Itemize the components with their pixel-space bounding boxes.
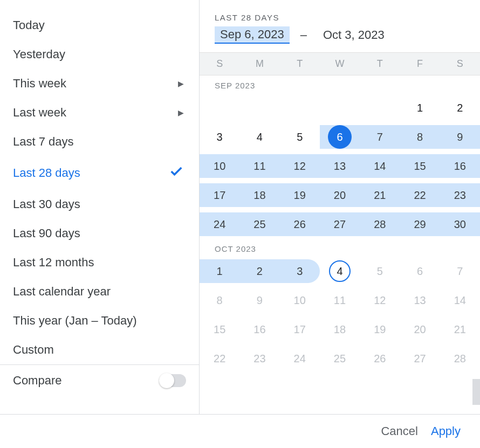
calendar-day[interactable]: 16 — [440, 154, 480, 178]
compare-label: Compare — [13, 374, 61, 388]
footer: Cancel Apply — [0, 414, 480, 448]
preset-last-12-months[interactable]: Last 12 months — [0, 248, 199, 277]
calendar-day[interactable]: 26 — [280, 212, 320, 236]
calendar-day[interactable]: 9 — [440, 125, 480, 149]
scrollbar[interactable] — [472, 379, 480, 405]
calendar-day: 13 — [400, 288, 440, 312]
calendar-day[interactable]: 13 — [320, 154, 360, 178]
calendar-day[interactable]: 23 — [440, 183, 480, 207]
calendar-day: 28 — [440, 347, 480, 370]
calendar-day[interactable]: 27 — [320, 212, 360, 236]
calendar-week: 891011121314 — [200, 286, 480, 315]
range-start-marker: 6 — [328, 125, 352, 149]
calendar-day-empty — [320, 96, 360, 120]
compare-row: Compare — [0, 364, 199, 396]
calendar-day[interactable]: 30 — [440, 212, 480, 236]
calendar-day[interactable]: 1 — [400, 96, 440, 120]
calendar-day[interactable]: 29 — [400, 212, 440, 236]
calendar-day[interactable]: 4 — [320, 259, 360, 283]
preset-label: Today — [13, 18, 45, 32]
preset-yesterday[interactable]: Yesterday — [0, 40, 199, 69]
preset-last-7-days[interactable]: Last 7 days — [0, 127, 199, 156]
calendar-day: 7 — [440, 259, 480, 283]
calendar-week: 10111213141516 — [200, 151, 480, 181]
preset-this-week[interactable]: This week▶ — [0, 69, 199, 98]
calendar-day-empty — [360, 96, 400, 120]
calendar-day[interactable]: 3 — [200, 125, 239, 149]
calendar-day-empty — [200, 96, 239, 120]
calendar-day: 10 — [280, 288, 320, 312]
calendar-week: 1234567 — [200, 257, 480, 286]
calendar-day[interactable]: 7 — [360, 125, 400, 149]
preset-this-year-jan-today-[interactable]: This year (Jan – Today) — [0, 306, 199, 335]
calendar-day[interactable]: 12 — [280, 154, 320, 178]
calendar-day[interactable]: 4 — [239, 125, 279, 149]
preset-label: Last 30 days — [13, 197, 80, 211]
calendar-day[interactable]: 24 — [200, 212, 239, 236]
dow-label: F — [400, 58, 440, 70]
calendar-day-empty — [239, 96, 279, 120]
calendar-day: 17 — [280, 318, 320, 341]
preset-sidebar: TodayYesterdayThis week▶Last week▶Last 7… — [0, 0, 200, 414]
calendar-day[interactable]: 11 — [239, 154, 279, 178]
preset-label: Last 12 months — [13, 256, 94, 270]
calendar-day: 19 — [360, 318, 400, 341]
day-of-week-header: SMTWTFS — [200, 52, 480, 75]
preset-last-30-days[interactable]: Last 30 days — [0, 190, 199, 219]
calendar-day[interactable]: 6 — [320, 125, 360, 149]
calendar-day[interactable]: 2 — [239, 259, 279, 283]
calendar-day[interactable]: 25 — [239, 212, 279, 236]
calendar-day[interactable]: 3 — [280, 259, 320, 283]
range-start-input[interactable]: Sep 6, 2023 — [215, 26, 290, 44]
calendar-day[interactable]: 15 — [400, 154, 440, 178]
preset-label: Last 28 days — [13, 166, 80, 180]
calendar-week: 12 — [200, 93, 480, 122]
dow-label: T — [280, 58, 320, 70]
calendar-day[interactable]: 14 — [360, 154, 400, 178]
calendar-day[interactable]: 19 — [280, 183, 320, 207]
check-icon — [169, 164, 184, 182]
calendar-day[interactable]: 20 — [320, 183, 360, 207]
apply-button[interactable]: Apply — [431, 424, 461, 438]
range-end-input[interactable]: Oct 3, 2023 — [318, 27, 390, 43]
calendar-day[interactable]: 17 — [200, 183, 239, 207]
dow-label: M — [239, 58, 279, 70]
calendar-pane: LAST 28 DAYS Sep 6, 2023 – Oct 3, 2023 S… — [200, 0, 480, 414]
preset-last-calendar-year[interactable]: Last calendar year — [0, 277, 199, 306]
calendar-day: 21 — [440, 318, 480, 341]
chevron-right-icon: ▶ — [178, 108, 184, 117]
calendar-day[interactable]: 10 — [200, 154, 239, 178]
calendar-day: 26 — [360, 347, 400, 370]
calendar-day[interactable]: 1 — [200, 259, 239, 283]
preset-label: Last 90 days — [13, 226, 80, 240]
preset-label: This year (Jan – Today) — [13, 314, 136, 328]
calendar-day: 25 — [320, 347, 360, 370]
calendar-day[interactable]: 18 — [239, 183, 279, 207]
cancel-button[interactable]: Cancel — [381, 424, 417, 438]
calendar-day: 8 — [200, 288, 239, 312]
calendar-day: 6 — [400, 259, 440, 283]
preset-custom[interactable]: Custom — [0, 335, 199, 364]
compare-toggle[interactable] — [159, 374, 186, 387]
calendar-day: 15 — [200, 318, 239, 341]
calendar-day[interactable]: 28 — [360, 212, 400, 236]
calendar-day: 23 — [239, 347, 279, 370]
calendar-day[interactable]: 5 — [280, 125, 320, 149]
calendar-day[interactable]: 2 — [440, 96, 480, 120]
calendar-day: 24 — [280, 347, 320, 370]
calendar-day[interactable]: 8 — [400, 125, 440, 149]
calendar-day: 27 — [400, 347, 440, 370]
preset-last-week[interactable]: Last week▶ — [0, 98, 199, 127]
calendar-day[interactable]: 21 — [360, 183, 400, 207]
preset-label: This week — [13, 77, 66, 91]
calendar-day: 12 — [360, 288, 400, 312]
preset-today[interactable]: Today — [0, 11, 199, 40]
preset-label: Last calendar year — [13, 285, 111, 299]
preset-label: Custom — [13, 343, 54, 357]
range-title: LAST 28 DAYS — [215, 13, 465, 22]
calendar-day: 5 — [360, 259, 400, 283]
calendar-day[interactable]: 22 — [400, 183, 440, 207]
preset-last-90-days[interactable]: Last 90 days — [0, 219, 199, 248]
preset-last-28-days[interactable]: Last 28 days — [0, 156, 199, 190]
preset-label: Last 7 days — [13, 135, 74, 149]
